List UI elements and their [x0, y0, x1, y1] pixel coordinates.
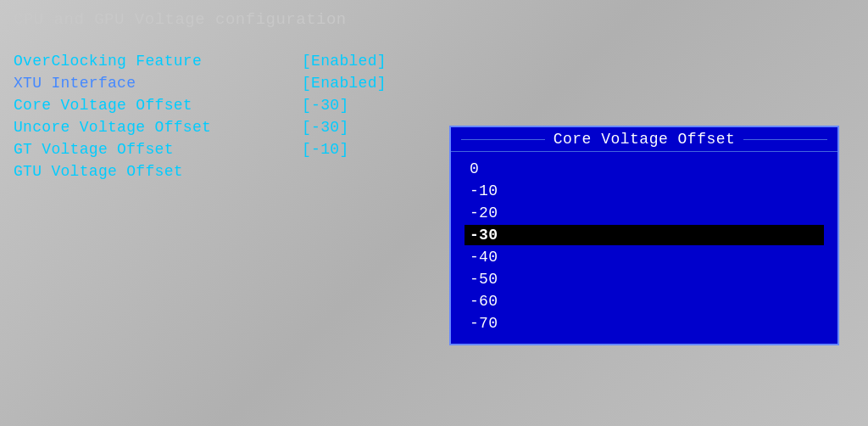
setting-value: [-30]: [302, 97, 349, 114]
setting-row[interactable]: XTU Interface[Enabled]: [14, 75, 854, 92]
dropdown-item[interactable]: -70: [465, 313, 824, 334]
setting-value: [-30]: [302, 119, 349, 136]
setting-value: [-10]: [302, 141, 349, 158]
dropdown-title: Core Voltage Offset: [554, 131, 736, 148]
dropdown-item[interactable]: -40: [465, 247, 824, 267]
dropdown-item[interactable]: -20: [465, 203, 824, 223]
setting-value: [Enabled]: [302, 53, 387, 70]
dropdown-item[interactable]: 0: [465, 159, 824, 179]
setting-row[interactable]: OverClocking Feature[Enabled]: [14, 53, 854, 70]
dropdown-item[interactable]: -30: [465, 225, 824, 245]
dropdown-item[interactable]: -60: [465, 291, 824, 311]
dropdown-items[interactable]: 0-10-20-30-40-50-60-70: [451, 152, 837, 344]
setting-label: OverClocking Feature: [14, 53, 302, 70]
dropdown-title-bar: Core Voltage Offset: [451, 127, 837, 152]
setting-label: Uncore Voltage Offset: [14, 119, 302, 136]
page-title: CPU and GPU Voltage configuration: [14, 10, 854, 29]
setting-label: GT Voltage Offset: [14, 141, 302, 158]
setting-value: [Enabled]: [302, 75, 387, 92]
setting-label: Core Voltage Offset: [14, 97, 302, 114]
dropdown-item[interactable]: -50: [465, 269, 824, 289]
dropdown-item[interactable]: -10: [465, 181, 824, 201]
dropdown-popup[interactable]: Core Voltage Offset 0-10-20-30-40-50-60-…: [449, 126, 839, 345]
setting-label: XTU Interface: [14, 75, 302, 92]
setting-label: GTU Voltage Offset: [14, 163, 302, 180]
setting-row[interactable]: Core Voltage Offset[-30]: [14, 97, 854, 114]
